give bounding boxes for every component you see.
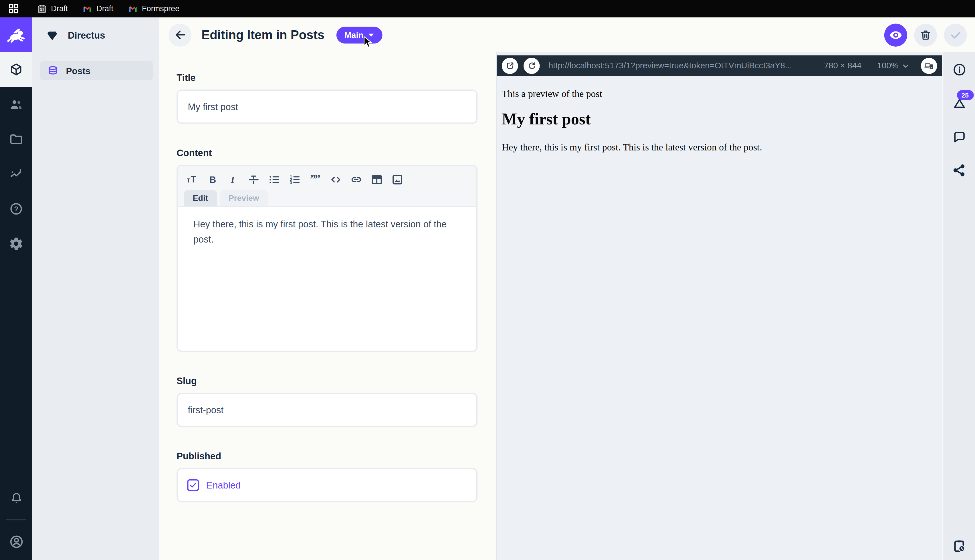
published-toggle-row: Enabled bbox=[177, 468, 477, 503]
main-column: Editing Item in Posts Main bbox=[159, 17, 975, 560]
version-dropdown-button[interactable]: Main bbox=[336, 26, 382, 43]
checkmark-icon bbox=[189, 481, 197, 489]
preview-url: http://localhost:5173/1?preview=true&tok… bbox=[548, 61, 818, 70]
directus-gem-icon bbox=[45, 27, 60, 42]
database-icon bbox=[47, 64, 59, 77]
grid-icon[interactable] bbox=[8, 4, 18, 14]
sidebar-item-posts[interactable]: Posts bbox=[40, 61, 153, 80]
gear-icon bbox=[8, 236, 23, 251]
link-icon[interactable] bbox=[348, 171, 365, 188]
bold-icon[interactable]: B bbox=[205, 171, 221, 188]
slug-label: Slug bbox=[177, 375, 477, 386]
preview-toggle-button[interactable] bbox=[884, 23, 907, 46]
revisions-sidebar-button[interactable]: 25 bbox=[952, 96, 967, 111]
browser-tab-draft-1[interactable]: 31 Draft bbox=[37, 4, 68, 13]
version-label: Main bbox=[345, 30, 363, 40]
page-title: Editing Item in Posts bbox=[202, 28, 325, 42]
caret-down-icon bbox=[368, 33, 374, 37]
module-insights[interactable] bbox=[0, 157, 32, 192]
preview-post-body: Hey there, this is my first post. This i… bbox=[502, 142, 936, 153]
svg-text:I: I bbox=[231, 175, 235, 185]
table-icon[interactable] bbox=[369, 171, 385, 188]
item-edit-form: Title Content T T bbox=[159, 52, 496, 560]
help-icon: ? bbox=[8, 202, 23, 216]
project-switcher[interactable]: Directus bbox=[32, 17, 159, 52]
svg-text:3: 3 bbox=[290, 180, 292, 185]
device-size-button[interactable] bbox=[921, 57, 937, 74]
module-content[interactable] bbox=[0, 52, 32, 87]
module-settings[interactable] bbox=[0, 226, 32, 261]
account-button[interactable] bbox=[0, 527, 32, 556]
revisions-count-badge: 25 bbox=[957, 90, 973, 100]
nav-item-label: Posts bbox=[66, 65, 90, 75]
format-size-icon[interactable]: T T bbox=[184, 171, 200, 188]
gmail-icon bbox=[83, 5, 92, 13]
content-label: Content bbox=[177, 147, 477, 158]
open-in-new-icon bbox=[505, 61, 515, 70]
editor-tabs: Edit Preview bbox=[184, 190, 470, 206]
check-icon bbox=[949, 28, 962, 42]
notifications-button[interactable] bbox=[0, 483, 32, 513]
field-content: Content T T bbox=[177, 147, 477, 352]
field-title: Title bbox=[177, 72, 477, 123]
right-sidebar: 25 bbox=[942, 52, 975, 560]
svg-text:B: B bbox=[209, 174, 216, 185]
info-sidebar-button[interactable] bbox=[952, 62, 967, 77]
title-input[interactable] bbox=[177, 90, 477, 124]
account-icon bbox=[8, 534, 24, 549]
module-bar: ? bbox=[0, 17, 32, 560]
slug-input[interactable] bbox=[177, 393, 477, 427]
eye-icon bbox=[888, 28, 903, 42]
arrow-left-icon bbox=[173, 28, 187, 42]
strikethrough-icon[interactable] bbox=[246, 171, 262, 188]
module-help[interactable]: ? bbox=[0, 191, 32, 226]
directus-logo[interactable] bbox=[0, 17, 32, 52]
blockquote-icon[interactable]: ” ” bbox=[307, 171, 323, 188]
browser-tab-label: Draft bbox=[97, 4, 113, 13]
preview-zoom-dropdown[interactable]: 100% bbox=[877, 61, 909, 70]
preview-toolbar: http://localhost:5173/1?preview=true&tok… bbox=[497, 55, 942, 76]
tab-edit[interactable]: Edit bbox=[184, 190, 217, 206]
published-label: Published bbox=[177, 451, 477, 461]
editor-toolbar: T T B bbox=[178, 166, 476, 206]
content-textarea[interactable]: Hey there, this is my first post. This i… bbox=[178, 206, 476, 350]
markdown-editor: T T B bbox=[177, 165, 477, 352]
image-icon[interactable] bbox=[389, 171, 406, 188]
refresh-button[interactable] bbox=[523, 57, 540, 74]
svg-text:T: T bbox=[191, 174, 197, 184]
browser-tab-formspree[interactable]: Formspree bbox=[128, 4, 179, 13]
browser-tab-label: Formspree bbox=[142, 4, 179, 13]
page-header: Editing Item in Posts Main bbox=[159, 17, 975, 52]
rabbit-icon bbox=[6, 24, 27, 45]
chevron-down-icon bbox=[902, 63, 909, 68]
published-checkbox[interactable] bbox=[187, 479, 199, 491]
published-checkbox-label[interactable]: Enabled bbox=[207, 480, 241, 490]
italic-icon[interactable]: I bbox=[225, 171, 242, 188]
tab-preview[interactable]: Preview bbox=[220, 190, 268, 206]
comment-icon bbox=[952, 129, 967, 144]
refresh-icon bbox=[527, 61, 537, 70]
numbered-list-icon[interactable]: 1 2 3 bbox=[287, 171, 303, 188]
preview-intro-text: This a preview of the post bbox=[502, 88, 936, 100]
comments-sidebar-button[interactable] bbox=[952, 129, 967, 144]
bullet-list-icon[interactable] bbox=[266, 171, 282, 188]
box-icon bbox=[8, 62, 23, 77]
svg-text:”: ” bbox=[315, 172, 320, 185]
code-icon[interactable] bbox=[328, 171, 344, 188]
flows-sidebar-button[interactable] bbox=[951, 538, 967, 554]
browser-tab-draft-2[interactable]: Draft bbox=[83, 4, 113, 13]
insights-icon bbox=[8, 167, 23, 181]
gmail-icon bbox=[128, 5, 138, 13]
preview-document: This a preview of the post My first post… bbox=[497, 76, 942, 153]
back-button[interactable] bbox=[168, 23, 192, 46]
open-in-new-button[interactable] bbox=[502, 57, 518, 74]
module-files[interactable] bbox=[0, 122, 32, 157]
save-button[interactable] bbox=[944, 23, 967, 46]
delete-button[interactable] bbox=[914, 23, 937, 46]
info-icon bbox=[952, 62, 967, 77]
shares-sidebar-button[interactable] bbox=[952, 163, 967, 178]
module-users[interactable] bbox=[0, 87, 32, 122]
preview-post-title: My first post bbox=[502, 110, 936, 129]
svg-text:T: T bbox=[187, 177, 190, 183]
calendar-31-icon: 31 bbox=[37, 4, 47, 13]
